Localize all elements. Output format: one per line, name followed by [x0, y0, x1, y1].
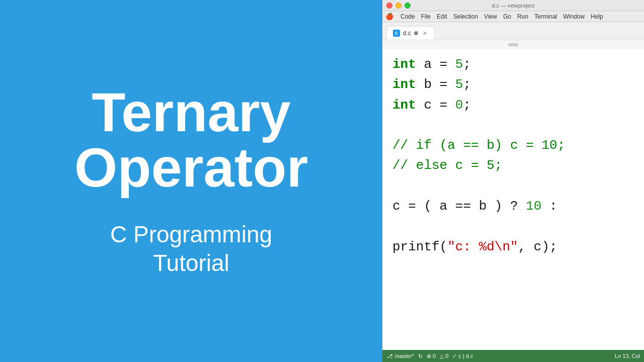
scroll-indicator — [508, 43, 518, 46]
language-info: ✓ c | d.c — [452, 353, 473, 359]
code-line-blank2 — [392, 176, 644, 196]
code-line-printf: printf("c: %d\n", c); — [392, 237, 644, 257]
code-line-3: int c = 0; — [392, 95, 644, 115]
maximize-button[interactable] — [405, 3, 411, 9]
tab-close-button[interactable]: ✕ — [421, 30, 428, 37]
tabbar: C d.c ✕ — [382, 22, 644, 40]
subtitle-line1: C Programming — [110, 220, 272, 249]
statusbar: ⎇ master* ↻ ⊗ 0 △ 0 ✓ c | d.c Ln 13, Col — [382, 350, 644, 362]
menubar: 🍎 Code File Edit Selection View Go Run T… — [382, 11, 644, 22]
menu-file[interactable]: File — [421, 13, 431, 20]
scroll-gutter-top — [382, 40, 644, 49]
git-branch-name: master* — [395, 353, 414, 359]
menu-code[interactable]: Code — [400, 13, 415, 20]
menu-window[interactable]: Window — [563, 13, 585, 20]
tutorial-banner: Ternary Operator C Programming Tutorial — [0, 0, 382, 362]
errors-label: ⊗ 0 — [427, 353, 436, 359]
close-button[interactable] — [386, 3, 392, 9]
subtitle-line2: Tutorial — [110, 249, 272, 278]
apple-logo-icon: 🍎 — [385, 13, 393, 20]
code-line-2: int b = 5; — [392, 74, 644, 95]
titlebar: d.c — newproject — [382, 0, 644, 11]
cursor-position: Ln 13, Col — [615, 353, 640, 359]
file-tab[interactable]: C d.c ✕ — [386, 26, 435, 40]
code-editor[interactable]: int a = 5; int b = 5; int c = 0; // if (… — [382, 49, 644, 350]
menu-edit[interactable]: Edit — [437, 13, 447, 20]
warnings-label: △ 0 — [440, 353, 448, 359]
errors-count: ⊗ 0 — [427, 353, 436, 359]
code-line-1: int a = 5; — [392, 54, 644, 74]
code-editor-window: d.c — newproject 🍎 Code File Edit Select… — [382, 0, 644, 362]
sync-button[interactable]: ↻ — [418, 353, 423, 359]
tab-filename: d.c — [403, 30, 411, 37]
code-line-blank3 — [392, 216, 644, 236]
code-line-comment1: // if (a == b) c = 10; — [392, 135, 644, 155]
menu-terminal[interactable]: Terminal — [534, 13, 557, 20]
minimize-button[interactable] — [395, 3, 401, 9]
subtitle: C Programming Tutorial — [110, 220, 272, 278]
c-file-icon: C — [393, 30, 400, 37]
menu-run[interactable]: Run — [517, 13, 528, 20]
code-line-blank1 — [392, 115, 644, 135]
code-line-comment2: // else c = 5; — [392, 155, 644, 175]
git-icon-container: ⎇ master* — [386, 353, 414, 359]
unsaved-indicator — [414, 31, 418, 35]
menu-view[interactable]: View — [484, 13, 497, 20]
title-line2: Operator — [74, 140, 308, 195]
window-title: d.c — newproject — [492, 3, 535, 9]
code-line-ternary: c = ( a == b ) ? 10 : — [392, 196, 644, 216]
sync-icon: ↻ — [418, 353, 423, 359]
title-line1: Ternary — [74, 84, 308, 140]
traffic-lights — [386, 3, 411, 9]
check-icon: ✓ c | d.c — [452, 353, 473, 359]
menu-help[interactable]: Help — [591, 13, 603, 20]
cursor-position-label: Ln 13, Col — [615, 353, 640, 359]
menu-go[interactable]: Go — [503, 13, 511, 20]
menu-selection[interactable]: Selection — [453, 13, 478, 20]
git-branch-icon: ⎇ — [386, 353, 393, 359]
warnings-count: △ 0 — [440, 353, 448, 359]
